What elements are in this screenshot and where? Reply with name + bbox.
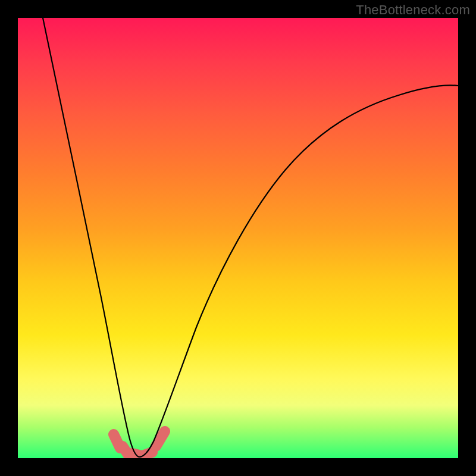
watermark-text: TheBottleneck.com <box>356 2 470 18</box>
pill-group <box>114 431 165 456</box>
plot-area <box>18 18 458 458</box>
bottleneck-curve <box>43 18 458 457</box>
chart-svg <box>18 18 458 458</box>
chart-container: TheBottleneck.com <box>0 0 476 476</box>
